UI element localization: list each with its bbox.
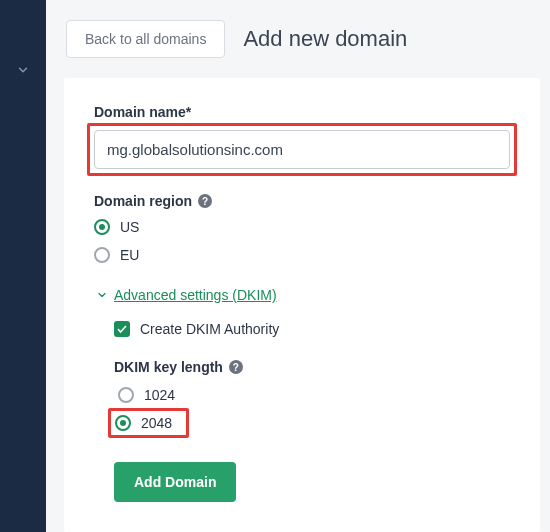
advanced-toggle[interactable]: Advanced settings (DKIM) [94, 287, 510, 303]
region-radio-us[interactable]: US [94, 219, 510, 235]
form-card: Domain name* Domain region ? US EU [64, 78, 540, 532]
domain-name-label: Domain name* [94, 104, 510, 120]
key-radio-1024-label: 1024 [144, 387, 175, 403]
region-radio-eu[interactable]: EU [94, 247, 510, 263]
highlight-domain-input [87, 123, 517, 176]
advanced-body: Create DKIM Authority DKIM key length ? … [94, 321, 510, 502]
back-button[interactable]: Back to all domains [66, 20, 225, 58]
create-dkim-label: Create DKIM Authority [140, 321, 279, 337]
chevron-down-icon [96, 289, 108, 301]
sidebar-toggle[interactable] [12, 59, 34, 81]
key-length-radio-group: 1024 2048 [114, 387, 510, 434]
radio-icon [115, 415, 131, 431]
highlight-key-2048: 2048 [108, 408, 189, 438]
domain-region-label: Domain region [94, 193, 192, 209]
chevron-down-icon [16, 63, 30, 77]
header-row: Back to all domains Add new domain [46, 20, 550, 78]
checkbox-icon [114, 321, 130, 337]
region-radio-group: US EU [94, 219, 510, 263]
create-dkim-checkbox[interactable]: Create DKIM Authority [114, 321, 510, 337]
domain-name-field: Domain name* [94, 104, 510, 176]
page-title: Add new domain [243, 26, 407, 52]
region-radio-us-label: US [120, 219, 139, 235]
key-radio-1024[interactable]: 1024 [118, 387, 510, 403]
main-content: Back to all domains Add new domain Domai… [46, 0, 550, 532]
dkim-key-length-label: DKIM key length [114, 359, 223, 375]
sidebar [0, 0, 46, 532]
domain-name-input[interactable] [94, 130, 510, 169]
region-radio-eu-label: EU [120, 247, 139, 263]
domain-region-field: Domain region ? US EU [94, 193, 510, 263]
radio-icon [94, 219, 110, 235]
help-icon[interactable]: ? [229, 360, 243, 374]
key-radio-2048[interactable]: 2048 [115, 415, 172, 431]
advanced-section: Advanced settings (DKIM) Create DKIM Aut… [94, 287, 510, 502]
advanced-toggle-label: Advanced settings (DKIM) [114, 287, 277, 303]
add-domain-button[interactable]: Add Domain [114, 462, 236, 502]
help-icon[interactable]: ? [198, 194, 212, 208]
key-radio-2048-label: 2048 [141, 415, 172, 431]
radio-icon [94, 247, 110, 263]
radio-icon [118, 387, 134, 403]
